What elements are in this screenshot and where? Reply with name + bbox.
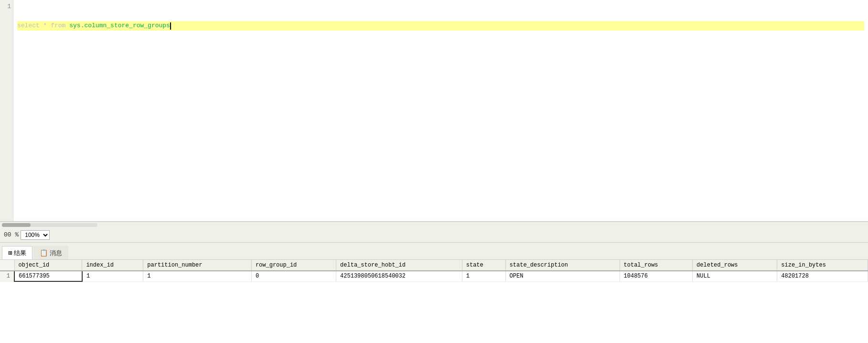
cell-rownum-1: 1: [0, 271, 14, 281]
cell-deleted-rows-1[interactable]: NULL: [693, 271, 777, 281]
tab-messages-label: 消息: [50, 249, 62, 257]
space: [65, 21, 69, 31]
cell-object-id-1[interactable]: 661577395: [14, 271, 82, 281]
keyword-table: column_store_row_groups: [84, 21, 170, 31]
col-header-size-in-bytes: size_in_bytes: [777, 260, 868, 271]
col-header-index-id: index_id: [82, 260, 143, 271]
col-header-deleted-rows: deleted_rows: [693, 260, 777, 271]
results-table-container[interactable]: object_id index_id partition_number row_…: [0, 260, 868, 343]
messages-icon: 📋: [40, 249, 48, 257]
cell-index-id-1[interactable]: 1: [82, 271, 143, 281]
cell-partition-number-1[interactable]: 1: [143, 271, 252, 281]
col-header-row-group-id: row_group_id: [251, 260, 336, 271]
cell-state-description-1[interactable]: OPEN: [505, 271, 620, 281]
col-header-partition-number: partition_number: [143, 260, 252, 271]
editor-toolbar: 00 % 100%: [0, 227, 868, 243]
col-header-object-id: object_id: [14, 260, 82, 271]
scrollbar-thumb[interactable]: [2, 223, 31, 227]
cell-state-1[interactable]: 1: [462, 271, 505, 281]
tab-results-label: 结果: [14, 249, 26, 257]
col-header-total-rows: total_rows: [620, 260, 693, 271]
zoom-dropdown[interactable]: 100%: [21, 230, 50, 240]
editor-area[interactable]: 1 select * from sys . column_store_row_g…: [0, 0, 868, 222]
cell-row-group-id-1[interactable]: 0: [251, 271, 336, 281]
cell-total-rows-1[interactable]: 1048576: [620, 271, 693, 281]
code-line-1[interactable]: select * from sys . column_store_row_gro…: [17, 21, 864, 31]
editor-scrollbar[interactable]: [0, 222, 868, 227]
cell-size-in-bytes-1[interactable]: 48201728: [777, 271, 868, 281]
results-table: object_id index_id partition_number row_…: [0, 260, 868, 282]
zoom-label: 00 %: [4, 231, 19, 238]
results-panel: ⊞ 结果 📋 消息 object_id index_id partition_n…: [0, 243, 868, 343]
col-header-state-description: state_description: [505, 260, 620, 271]
table-row[interactable]: 1 661577395 1 1 0 4251398050618540032 1 …: [0, 271, 868, 281]
keyword-sys: sys: [69, 21, 80, 31]
col-header-delta-store-hobt-id: delta_store_hobt_id: [336, 260, 462, 271]
keyword-star: *: [40, 21, 51, 31]
col-header-rownum: [0, 260, 14, 271]
table-header-row: object_id index_id partition_number row_…: [0, 260, 868, 271]
tab-results[interactable]: ⊞ 结果: [2, 246, 32, 259]
results-icon: ⊞: [8, 249, 12, 257]
zoom-control[interactable]: 00 % 100%: [4, 230, 50, 240]
keyword-select: select: [17, 21, 40, 31]
keyword-from: from: [51, 21, 65, 31]
scrollbar-track[interactable]: [2, 223, 97, 227]
col-header-state: state: [462, 260, 505, 271]
text-cursor: [170, 22, 171, 30]
results-tabs: ⊞ 结果 📋 消息: [0, 243, 868, 260]
line-numbers: 1: [0, 0, 13, 221]
line-number-1: 1: [0, 2, 11, 11]
keyword-dot: .: [81, 21, 85, 31]
cell-delta-store-hobt-id-1[interactable]: 4251398050618540032: [336, 271, 462, 281]
code-editor[interactable]: select * from sys . column_store_row_gro…: [13, 0, 868, 221]
tab-messages[interactable]: 📋 消息: [33, 246, 68, 259]
